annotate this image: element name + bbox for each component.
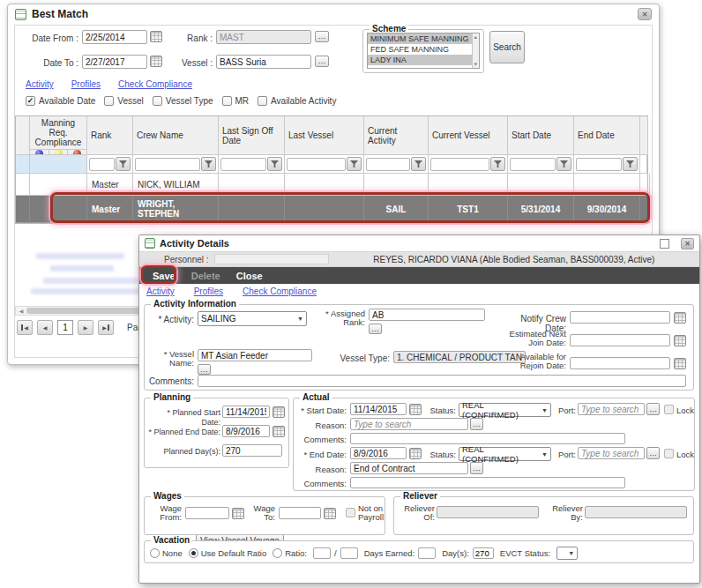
vessel-name-lookup-button[interactable]: … (198, 364, 211, 375)
activity-select[interactable]: SAILING ▼ (198, 311, 307, 326)
start-reason-lookup-button[interactable]: … (470, 418, 483, 430)
start-status-select[interactable]: REAL (CONFIRMED) ▼ (459, 403, 551, 417)
crew-name-filter-input[interactable] (135, 158, 200, 171)
scheme-option[interactable]: LADY INA (368, 55, 472, 65)
tab-profiles[interactable]: Profiles (71, 79, 101, 89)
table-row[interactable]: Master NICK, WILLIAM (16, 174, 647, 196)
end-reason-input[interactable] (350, 462, 468, 474)
maximize-icon[interactable] (660, 239, 669, 249)
calendar-icon[interactable] (674, 312, 686, 324)
end-date-input[interactable] (350, 447, 407, 459)
ratio-radio[interactable] (273, 548, 282, 558)
col-manning-compliance[interactable]: Manning Req. Compliance (30, 116, 87, 155)
col-start-date[interactable]: Start Date (508, 116, 574, 155)
col-last-vessel[interactable]: Last Vessel (285, 116, 364, 155)
evct-status-select[interactable]: ▼ (556, 547, 578, 560)
scheme-option[interactable]: MINIMUM SAFE MANNING (368, 33, 472, 44)
not-on-payroll-checkbox[interactable] (346, 508, 355, 517)
col-crew-name[interactable]: Crew Name (133, 116, 219, 155)
current-vessel-filter-input[interactable] (430, 158, 489, 171)
start-date-input[interactable] (350, 403, 407, 415)
days-earned-input[interactable] (418, 547, 436, 559)
sign-off-filter-input[interactable] (220, 158, 266, 171)
planned-start-input[interactable] (222, 406, 270, 418)
col-end-date[interactable]: End Date (574, 116, 640, 155)
scheme-option[interactable]: FED SAFE MANNING (368, 44, 472, 55)
calendar-icon[interactable] (674, 335, 686, 346)
planned-end-input[interactable] (222, 425, 270, 437)
calendar-icon[interactable] (674, 358, 686, 369)
vessel-lookup-button[interactable]: … (315, 56, 329, 67)
filter-funnel-icon[interactable] (411, 157, 426, 171)
calendar-icon[interactable] (409, 404, 422, 415)
vacation-none-radio[interactable] (150, 548, 160, 558)
assigned-rank-input[interactable] (369, 309, 485, 321)
filter-funnel-icon[interactable] (623, 157, 638, 171)
current-page[interactable]: 1 (57, 320, 73, 335)
wage-to-input[interactable] (279, 507, 321, 519)
ratio-input-2[interactable] (340, 547, 358, 559)
tab-check-compliance[interactable]: Check Compliance (243, 287, 317, 296)
filter-funnel-icon[interactable] (347, 157, 362, 171)
search-button[interactable]: Search (489, 31, 525, 63)
calendar-icon[interactable] (150, 56, 162, 67)
col-current-activity[interactable]: Current Activity (364, 116, 429, 155)
calendar-icon[interactable] (324, 508, 336, 519)
col-current-vessel[interactable]: Current Vessel (429, 116, 508, 155)
end-port-lookup-button[interactable]: … (646, 447, 660, 459)
scroll-left-icon[interactable]: ◀ (16, 308, 26, 314)
available-rejoin-input[interactable] (570, 357, 670, 369)
tab-activity[interactable]: Activity (26, 79, 54, 89)
available-activity-checkbox[interactable] (258, 96, 267, 106)
filter-funnel-icon[interactable] (116, 157, 131, 171)
estimated-next-join-input[interactable] (570, 334, 670, 346)
start-lock-checkbox[interactable] (664, 405, 674, 414)
end-reason-lookup-button[interactable]: … (470, 462, 483, 474)
end-port-input[interactable] (578, 447, 645, 459)
start-port-lookup-button[interactable]: … (646, 403, 660, 415)
table-row-selected[interactable]: Master WRIGHT, STEPHEN SAIL TST1 5/31/20… (16, 196, 647, 223)
start-reason-input[interactable] (350, 418, 468, 430)
date-to-input[interactable] (82, 55, 147, 69)
calendar-icon[interactable] (273, 426, 285, 437)
next-page-button[interactable]: ▶ (78, 320, 93, 335)
save-button[interactable]: Save (145, 271, 183, 281)
notify-crew-date-input[interactable] (570, 311, 670, 324)
available-date-checkbox[interactable]: ✓ (26, 96, 35, 106)
filter-funnel-icon[interactable] (267, 157, 282, 171)
last-vessel-filter-input[interactable] (287, 158, 346, 171)
vessel-type-checkbox[interactable] (153, 96, 162, 106)
comments-input[interactable] (198, 375, 686, 387)
assigned-rank-lookup-button[interactable]: … (369, 324, 382, 334)
first-page-button[interactable]: ◀ (17, 320, 33, 335)
end-comments-input[interactable] (350, 477, 625, 488)
tab-check-compliance[interactable]: Check Compliance (118, 79, 192, 89)
scheme-scrollbar[interactable]: ▲ ▼ (472, 33, 480, 68)
filter-funnel-icon[interactable] (556, 157, 571, 171)
filter-funnel-icon[interactable] (490, 157, 505, 171)
close-icon[interactable]: ✕ (638, 8, 652, 20)
calendar-icon[interactable] (150, 31, 162, 42)
tab-activity[interactable]: Activity (146, 287, 175, 296)
caret-down-icon[interactable]: ▼ (473, 61, 478, 68)
vessel-checkbox[interactable] (104, 96, 114, 106)
tab-profiles[interactable]: Profiles (194, 287, 223, 296)
calendar-icon[interactable] (409, 448, 422, 459)
planned-days-input[interactable] (222, 444, 282, 457)
last-page-button[interactable]: ▶ (98, 320, 114, 335)
end-status-select[interactable]: REAL (CONFIRMED) ▼ (459, 447, 551, 461)
col-last-sign-off[interactable]: Last Sign Off Date (219, 116, 285, 155)
calendar-icon[interactable] (273, 406, 285, 418)
prev-page-button[interactable]: ◀ (37, 320, 53, 335)
rank-lookup-button[interactable]: … (315, 31, 329, 42)
current-activity-filter-input[interactable] (366, 158, 410, 171)
close-button[interactable]: Close (228, 271, 271, 281)
days-input[interactable] (473, 547, 494, 559)
vessel-name-input[interactable] (198, 349, 312, 361)
use-default-ratio-radio[interactable] (189, 548, 198, 558)
start-port-input[interactable] (578, 403, 645, 415)
rank-filter-input[interactable] (89, 158, 115, 171)
close-icon[interactable]: ✕ (681, 238, 694, 249)
start-comments-input[interactable] (350, 433, 625, 444)
date-from-input[interactable] (82, 30, 147, 44)
